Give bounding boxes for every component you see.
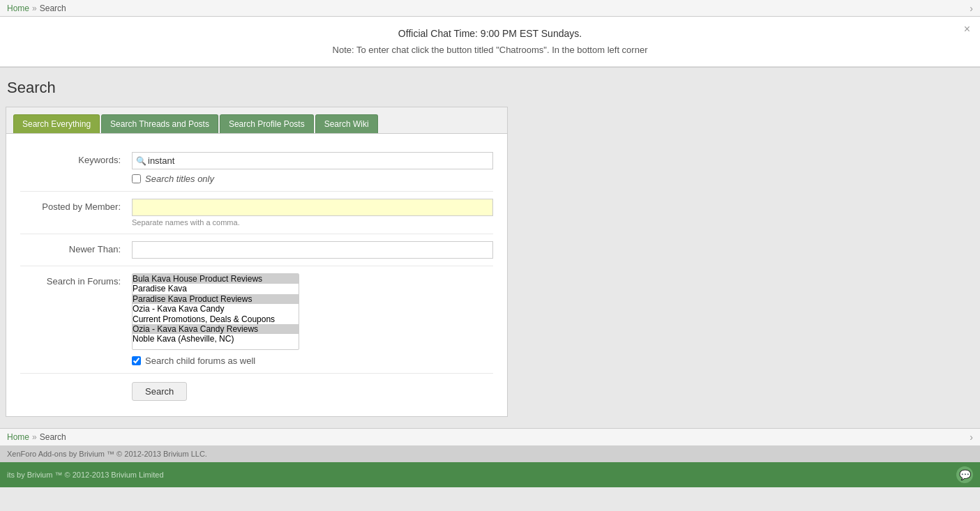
bottom-breadcrumb-bar: Home » Search › <box>0 428 980 445</box>
posted-by-member-label: Posted by Member: <box>20 199 132 212</box>
announcement-banner: × Official Chat Time: 9:00 PM EST Sunday… <box>0 17 980 67</box>
newer-than-input[interactable] <box>132 241 493 259</box>
search-child-forums-label: Search child forums as well <box>145 356 255 366</box>
bottom-breadcrumb-current: Search <box>40 432 66 442</box>
bottom-breadcrumb-separator: » <box>32 432 37 442</box>
breadcrumb-bar: Home » Search › <box>0 0 980 17</box>
search-titles-only-label: Search titles only <box>145 174 214 184</box>
posted-by-member-row: Posted by Member: Separate names with a … <box>20 192 493 234</box>
bottom-breadcrumb-home[interactable]: Home <box>7 432 29 442</box>
form-body: Keywords: 🔍 Search titles only Posted by… <box>6 134 507 416</box>
forum-select[interactable]: Bula Kava House Product ReviewsParadise … <box>132 273 299 350</box>
announcement-note: Note: To enter chat click the button tit… <box>14 45 966 55</box>
search-form-container: Search Everything Search Threads and Pos… <box>6 107 508 417</box>
tab-search-profile-posts[interactable]: Search Profile Posts <box>220 114 314 133</box>
search-child-forums-checkbox[interactable] <box>132 356 141 365</box>
footer-green-text: its by Brivium ™ © 2012-2013 Brivium Lim… <box>7 471 164 479</box>
forums-input-area: Bula Kava House Product ReviewsParadise … <box>132 273 493 366</box>
footer-gray: XenForo Add-ons by Brivium ™ © 2012-2013… <box>0 445 980 462</box>
announcement-chat-time: Official Chat Time: 9:00 PM EST Sundays. <box>14 28 966 39</box>
tab-bar: Search Everything Search Threads and Pos… <box>6 107 507 134</box>
chat-bubble-icon[interactable]: 💬 <box>956 466 973 483</box>
search-icon: 🔍 <box>136 156 146 166</box>
main-content: Search Search Everything Search Threads … <box>0 68 980 417</box>
keywords-input[interactable] <box>132 152 493 169</box>
child-forums-row: Search child forums as well <box>132 356 493 366</box>
newer-than-row: Newer Than: <box>20 234 493 266</box>
breadcrumb-home[interactable]: Home <box>7 3 29 13</box>
newer-than-label: Newer Than: <box>20 241 132 254</box>
keywords-row: Keywords: 🔍 Search titles only <box>20 145 493 192</box>
bottom-nav-arrow: › <box>970 432 973 443</box>
posted-by-member-input-area: Separate names with a comma. <box>132 199 493 227</box>
titles-only-row: Search titles only <box>132 174 493 184</box>
newer-than-input-area <box>132 241 493 259</box>
search-button-row: Search <box>20 374 493 405</box>
tab-search-wiki[interactable]: Search Wiki <box>315 114 378 133</box>
member-hint: Separate names with a comma. <box>132 218 493 227</box>
keyword-input-wrap: 🔍 <box>132 152 493 169</box>
footer-gray-text: XenForo Add-ons by Brivium ™ © 2012-2013… <box>7 450 207 458</box>
keywords-input-area: 🔍 Search titles only <box>132 152 493 184</box>
search-button[interactable]: Search <box>132 382 187 401</box>
close-announcement-button[interactable]: × <box>964 24 970 35</box>
search-titles-only-checkbox[interactable] <box>132 174 141 183</box>
breadcrumb-current: Search <box>40 3 66 13</box>
chat-bubble-emoji: 💬 <box>959 469 971 480</box>
nav-arrow: › <box>970 3 973 14</box>
search-in-forums-row: Search in Forums: Bula Kava House Produc… <box>20 266 493 374</box>
posted-by-member-input[interactable] <box>132 199 493 216</box>
breadcrumb-separator: » <box>32 3 37 13</box>
page-title: Search <box>6 79 980 97</box>
search-in-forums-label: Search in Forums: <box>20 273 132 287</box>
keywords-label: Keywords: <box>20 152 132 165</box>
footer-green: its by Brivium ™ © 2012-2013 Brivium Lim… <box>0 462 980 487</box>
tab-search-everything[interactable]: Search Everything <box>13 114 100 133</box>
tab-search-threads-posts[interactable]: Search Threads and Posts <box>101 114 218 133</box>
